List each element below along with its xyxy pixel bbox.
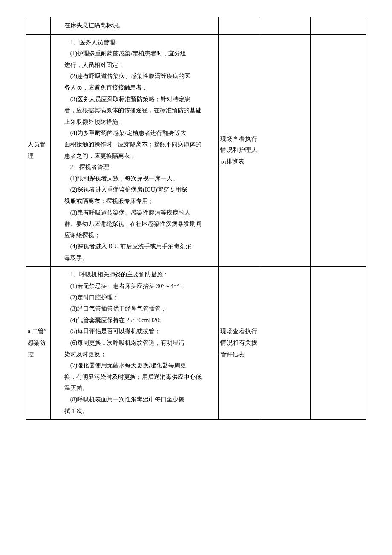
table-row: 人员管理1、医务人员管理：(1)护理多重耐药菌感染/定植患者时，宜分组进行，人员… [26, 34, 366, 267]
content-line: 上采取额外预防措施； [52, 116, 216, 128]
category-cell [26, 17, 51, 35]
content-cell: 在床头悬挂隔离标识。 [50, 17, 218, 35]
content-line: 拭 1 次。 [52, 406, 216, 417]
content-line: 毒双手。 [52, 253, 216, 264]
content-cell: 1、呼吸机相关肺炎的主要预防措施：(1)若无禁忌症，患者床头应抬头 30°～45… [50, 267, 218, 420]
content-line: (1)若无禁忌症，患者床头应抬头 30°～45°； [52, 281, 216, 292]
content-line: (3)医务人员应采取标准预防策略；针对特定患 [52, 94, 216, 105]
content-line: 群、婴幼儿应谢绝探视；在社区感染性疾病暴发期间 [52, 218, 216, 230]
content-line: (4)气管套囊应保持在 25~30cmH20; [52, 315, 216, 326]
document-table: 在床头悬挂隔离标识。人员管理1、医务人员管理：(1)护理多重耐药菌感染/定植患者… [26, 17, 366, 420]
blank-cell [311, 17, 366, 35]
content-line: 进行，人员相对固定； [52, 60, 216, 71]
blank-cell [311, 267, 366, 420]
method-cell: 现场查着执行情况和有关拔管评估表 [219, 267, 259, 420]
content-line: (5)每日评估是否可以撤机或拔管； [52, 326, 216, 337]
content-line: (4)为多重耐药菌感染/定植患者进行翻身等大 [52, 128, 216, 139]
content-line: (7)湿化器使用无菌水每天更换,湿化器每周更 [52, 360, 216, 372]
blank-cell [259, 34, 311, 267]
content-line: 1、医务人员管理： [52, 37, 216, 49]
method-cell: 现场查着执行情况和护理人员排班表 [219, 34, 259, 267]
content-line: (1)护理多重耐药菌感染/定植患者时，宜分组 [52, 48, 216, 60]
content-line: 务人员，应避免直接接触患者； [52, 82, 216, 94]
blank-cell [259, 17, 311, 35]
content-line: (3)经口气管插管优于经鼻气管插管； [52, 303, 216, 315]
category-cell: 人员管理 [26, 34, 51, 267]
content-line: 换，有明显污染时及时更换；用后送消毒供应中心低 [52, 372, 216, 383]
content-line: (4)探视者进入 ICU 前后应洗手或用手消毒剂消 [52, 241, 216, 253]
content-line: 患者之间，应更换隔离衣； [52, 151, 216, 162]
content-cell: 1、医务人员管理：(1)护理多重耐药菌感染/定植患者时，宜分组进行，人员相对固定… [50, 34, 218, 267]
content-line: (3)患有呼吸道传染病、感染性腹泻等疾病的人 [52, 207, 216, 219]
content-line: 1、呼吸机相关肺炎的主要预防措施： [52, 269, 216, 281]
method-cell [219, 17, 259, 35]
content-line: (2)定时口腔护理； [52, 292, 216, 304]
content-line: (8)呼吸机表面用一次性消毒湿巾每日至少擦 [52, 394, 216, 406]
category-cell: a 二管”感染防控 [26, 267, 51, 420]
content-line: (6)每周更换 1 次呼吸机螺纹管道，有明显污 [52, 337, 216, 349]
content-line: (1)限制探视者人数，每次探视一床一人。 [52, 173, 216, 185]
content-line: 应谢绝探视； [52, 230, 216, 241]
table-row: 在床头悬挂隔离标识。 [26, 17, 366, 35]
content-line: 染时及时更换； [52, 349, 216, 360]
content-line: 在床头悬挂隔离标识。 [52, 20, 216, 32]
content-line: 温灭菌。 [52, 383, 216, 394]
content-line: 者，应根据其病原体的传播途径，在标准预防的基础 [52, 105, 216, 116]
blank-cell [259, 267, 311, 420]
content-line: (2)患有呼吸道传染病、感染性腹泻等疾病的医 [52, 71, 216, 82]
content-line: 2、探视者管理： [52, 162, 216, 173]
table-row: a 二管”感染防控1、呼吸机相关肺炎的主要预防措施：(1)若无禁忌症，患者床头应… [26, 267, 366, 420]
blank-cell [311, 34, 366, 267]
content-line: 视服或隔离衣；探视服专床专用； [52, 196, 216, 207]
content-line: 面积接触的操作时，应穿隔离衣；接触不同病原体的 [52, 139, 216, 151]
content-line: (2)探视者进入重症监护病房(ICU)宜穿专用探 [52, 184, 216, 196]
